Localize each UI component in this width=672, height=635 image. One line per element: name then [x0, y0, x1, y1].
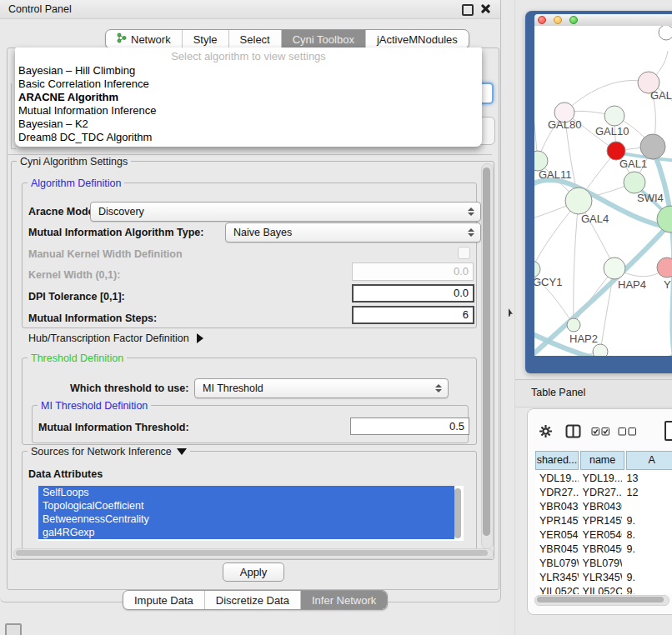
column-header[interactable]: shared... [535, 451, 579, 470]
algorithm-option[interactable]: Bayesian – K2 [15, 118, 482, 131]
table-cell [622, 500, 672, 514]
settings-vertical-scrollbar-thumb[interactable] [483, 168, 490, 536]
table-cell: 8. [622, 528, 672, 542]
table-horizontal-scrollbar[interactable] [534, 595, 669, 606]
manual-kernel-width-label: Manual Kernel Width Definition [28, 248, 183, 260]
table-row[interactable]: YBR043CYBR043C [535, 500, 672, 514]
algorithm-option[interactable]: Dream8 DC_TDC Algorithm [15, 131, 482, 144]
clear-checkboxes-icon[interactable] [618, 427, 637, 437]
table-cell: YBR043C [579, 500, 623, 514]
tab-label: Select [240, 33, 270, 46]
expand-arrow-icon[interactable] [197, 333, 203, 343]
network-node[interactable] [657, 258, 672, 278]
algorithm-option[interactable]: Basic Correlation Inference [15, 78, 482, 91]
network-node[interactable] [659, 26, 672, 40]
network-node[interactable] [657, 206, 672, 232]
table-cell: YDR27... [579, 486, 623, 500]
mi-algorithm-type-combobox[interactable]: Naive Bayes [225, 222, 481, 242]
gear-icon[interactable] [539, 424, 553, 438]
network-node[interactable] [567, 318, 580, 332]
kernel-width-field[interactable]: 0.0 [352, 262, 474, 281]
mi-steps-label: Mutual Information Steps: [28, 312, 157, 324]
mi-steps-field[interactable]: 6 [352, 306, 474, 324]
table-icon[interactable] [664, 421, 672, 441]
network-node[interactable] [604, 106, 624, 126]
network-graph: GALGAL80GAL10GAL1GAL11SWI4GAL4GCY1HAP4YH… [534, 26, 672, 356]
settings-horizontal-scrollbar[interactable] [13, 548, 494, 559]
algorithm-option[interactable]: Mutual Information Inference [15, 104, 482, 118]
network-node[interactable] [640, 134, 665, 159]
window-zoom-button[interactable] [569, 16, 578, 24]
table-row[interactable]: YDR27...YDR27...12 [535, 486, 672, 500]
pane-splitter[interactable] [514, 0, 515, 635]
data-attribute-option[interactable]: gal4RGexp [38, 526, 454, 539]
aracne-mode-combobox[interactable]: Discovery [90, 202, 481, 222]
network-node-label: HAP2 [569, 332, 598, 345]
table-row[interactable]: YER054CYER054C8. [535, 528, 672, 542]
bottom-tab-infer-network[interactable]: Infer Network [300, 591, 387, 609]
tab-label: Network [131, 33, 171, 46]
network-window-titlebar[interactable] [534, 14, 672, 26]
dpi-tolerance-field[interactable]: 0.0 [352, 284, 474, 302]
network-node[interactable] [534, 261, 540, 278]
table-row[interactable]: YBL079WYBL079W [535, 557, 672, 571]
algorithm-option[interactable]: ARACNE Algorithm [15, 91, 482, 104]
network-node-label: GAL [650, 89, 672, 102]
aracne-mode-label: Aracne Mode: [28, 206, 98, 218]
table-horizontal-scrollbar-thumb[interactable] [537, 597, 664, 602]
window-minimize-button[interactable] [554, 16, 562, 24]
settings-vertical-scrollbar[interactable] [481, 163, 494, 549]
tab-network[interactable]: Network [106, 30, 182, 48]
network-node[interactable] [593, 344, 608, 356]
network-node[interactable] [604, 258, 625, 279]
float-panel-icon[interactable] [462, 4, 474, 16]
settings-horizontal-scrollbar-thumb[interactable] [16, 550, 488, 556]
minimized-panel-grip-icon[interactable] [5, 623, 22, 635]
data-attributes-list[interactable]: SelfLoopsTopologicalCoefficientBetweenne… [38, 486, 464, 541]
apply-button[interactable]: Apply [223, 562, 284, 582]
tab-cyni-toolbox[interactable]: Cyni Toolbox [281, 30, 365, 48]
network-node[interactable] [565, 188, 592, 214]
split-view-icon[interactable] [565, 424, 581, 438]
tab-select[interactable]: Select [228, 30, 281, 48]
column-header[interactable]: A [626, 451, 672, 470]
sources-title-text: Sources for Network Inference [31, 446, 172, 458]
table-row[interactable]: YLR345WYLR345W9. [535, 571, 672, 585]
network-node-label: GAL1 [619, 158, 647, 170]
table-cell: YER054C [579, 528, 623, 542]
data-attribute-option[interactable]: SelfLoops [38, 486, 454, 499]
network-canvas[interactable]: GALGAL80GAL10GAL1GAL11SWI4GAL4GCY1HAP4YH… [534, 26, 672, 356]
sources-group-title[interactable]: Sources for Network Inference [28, 446, 190, 458]
algorithm-option[interactable]: Bayesian – Hill Climbing [15, 64, 482, 78]
collapse-arrow-icon[interactable] [177, 448, 187, 455]
table-cell [622, 557, 672, 571]
tab-jactivemnodules[interactable]: jActiveMNodules [365, 30, 469, 48]
bottom-tab-discretize-data[interactable]: Discretize Data [204, 591, 300, 609]
hub-definition-section[interactable]: Hub/Transcription Factor Definition [28, 332, 203, 344]
data-attribute-option[interactable]: TopologicalCoefficient [38, 499, 454, 512]
table-row[interactable]: YPR145WYPR145W9. [535, 514, 672, 528]
table-row[interactable]: YBR045CYBR045C9. [535, 542, 672, 557]
data-attribute-option[interactable]: BetweennessCentrality [38, 512, 454, 526]
mi-threshold-field[interactable]: 0.5 [350, 418, 469, 435]
network-edge [574, 201, 579, 325]
table-cell: YBL079W [535, 557, 579, 571]
window-close-button[interactable] [538, 16, 546, 24]
which-threshold-combobox[interactable]: MI Threshold [194, 378, 449, 398]
table-row[interactable]: YDL19...YDL19...13 [535, 472, 672, 486]
attributes-list-scrollbar-thumb[interactable] [454, 488, 461, 538]
table-cell: YPR145W [535, 514, 579, 528]
network-node-label: GCY1 [534, 276, 562, 288]
select-all-checkboxes-icon[interactable] [591, 427, 610, 437]
table-cell: YIL052C [535, 585, 579, 594]
manual-kernel-width-checkbox[interactable] [458, 247, 470, 259]
table-row[interactable]: YIL052CYIL052C9. [535, 585, 672, 594]
network-node[interactable] [624, 172, 645, 193]
network-node-label: GAL10 [595, 125, 629, 138]
tab-style[interactable]: Style [182, 30, 228, 48]
combo-stepper-icon [468, 208, 474, 216]
close-panel-icon[interactable] [480, 3, 490, 13]
tab-label: jActiveMNodules [377, 33, 458, 46]
bottom-tab-impute-data[interactable]: Impute Data [123, 591, 204, 609]
column-header[interactable]: name [580, 451, 624, 470]
